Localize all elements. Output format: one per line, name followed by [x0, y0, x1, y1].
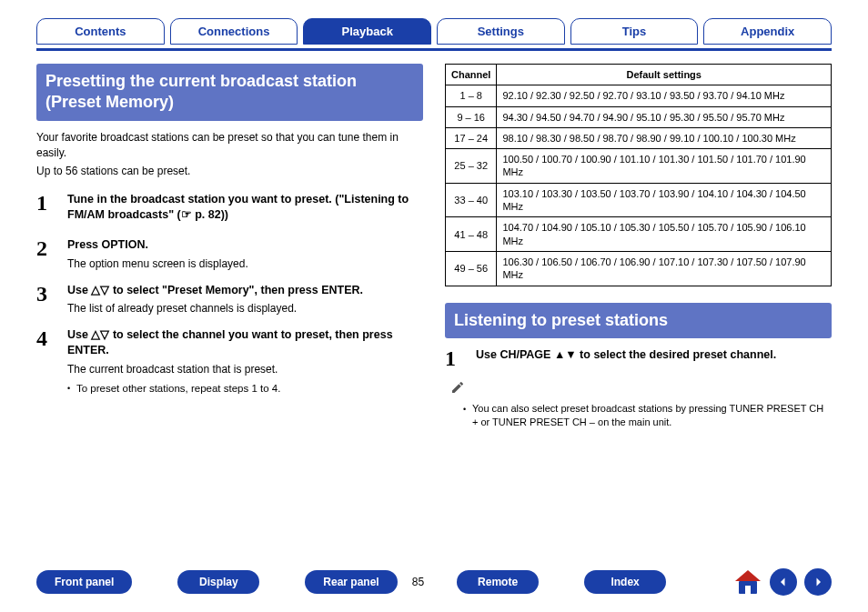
left-column: Presetting the current broadcast station…: [36, 64, 423, 430]
cell-settings: 103.10 / 103.30 / 103.50 / 103.70 / 103.…: [497, 183, 832, 217]
cell-channel: 49 – 56: [446, 251, 497, 286]
tab-playback[interactable]: Playback: [303, 18, 431, 45]
cell-settings: 100.50 / 100.70 / 100.90 / 101.10 / 101.…: [497, 149, 832, 184]
table-row: 41 – 48104.70 / 104.90 / 105.10 / 105.30…: [446, 217, 832, 252]
nav-divider: [36, 48, 832, 51]
cell-settings: 106.30 / 106.50 / 106.70 / 106.90 / 107.…: [497, 251, 832, 286]
table-header: Channel: [446, 65, 497, 85]
remote-button[interactable]: Remote: [457, 570, 539, 594]
tab-contents[interactable]: Contents: [36, 18, 165, 45]
table-row: 1 – 892.10 / 92.30 / 92.50 / 92.70 / 93.…: [446, 85, 832, 106]
cell-channel: 17 – 24: [446, 127, 497, 148]
prev-page-button[interactable]: [770, 568, 797, 596]
cell-settings: 92.10 / 92.30 / 92.50 / 92.70 / 93.10 / …: [497, 85, 832, 106]
right-column: ChannelDefault settings 1 – 892.10 / 92.…: [445, 64, 832, 430]
step-title: Use △▽ to select "Preset Memory", then p…: [67, 283, 423, 298]
step-title: Use CH/PAGE ▲▼ to select the desired pre…: [476, 347, 832, 363]
index-button[interactable]: Index: [584, 570, 666, 594]
intro-text-1: Your favorite broadcast stations can be …: [36, 130, 423, 161]
step-row: 2Press OPTION.The option menu screen is …: [36, 237, 423, 272]
step-number: 1: [36, 192, 67, 226]
page-number: 85: [407, 576, 429, 588]
cell-settings: 104.70 / 104.90 / 105.10 / 105.30 / 105.…: [497, 217, 832, 252]
section-heading-listening: Listening to preset stations: [445, 303, 832, 338]
table-header: Default settings: [497, 65, 832, 85]
cell-channel: 33 – 40: [446, 183, 497, 217]
table-row: 49 – 56106.30 / 106.50 / 106.70 / 106.90…: [446, 251, 832, 286]
cell-settings: 98.10 / 98.30 / 98.50 / 98.70 / 98.90 / …: [497, 127, 832, 148]
step-number: 4: [36, 327, 67, 396]
table-row: 9 – 1694.30 / 94.50 / 94.70 / 94.90 / 95…: [446, 106, 832, 127]
svg-marker-0: [735, 570, 761, 581]
front-panel-button[interactable]: Front panel: [36, 570, 132, 594]
cell-channel: 25 – 32: [446, 149, 497, 184]
step-desc: The option menu screen is displayed.: [67, 256, 423, 272]
step-title: Use △▽ to select the channel you want to…: [67, 327, 423, 358]
table-row: 33 – 40103.10 / 103.30 / 103.50 / 103.70…: [446, 183, 832, 217]
section-heading-preset-memory: Presetting the current broadcast station…: [36, 64, 423, 121]
default-settings-table: ChannelDefault settings 1 – 892.10 / 92.…: [445, 64, 832, 286]
step-desc: The current broadcast station that is pr…: [67, 362, 423, 377]
tab-appendix[interactable]: Appendix: [703, 18, 832, 45]
home-icon[interactable]: [733, 568, 762, 596]
step-row: 4Use △▽ to select the channel you want t…: [36, 327, 423, 396]
top-nav: ContentsConnectionsPlaybackSettingsTipsA…: [36, 18, 832, 45]
display-button[interactable]: Display: [177, 570, 259, 594]
step-desc: The list of already preset channels is d…: [67, 301, 423, 316]
note-text: You can also select preset broadcast sta…: [463, 402, 832, 430]
table-row: 25 – 32100.50 / 100.70 / 100.90 / 101.10…: [446, 149, 832, 184]
step-number: 2: [36, 237, 67, 272]
cell-channel: 41 – 48: [446, 217, 497, 252]
step-number: 1: [445, 347, 476, 369]
cell-channel: 1 – 8: [446, 85, 497, 106]
tab-settings[interactable]: Settings: [437, 18, 565, 45]
intro-text-2: Up to 56 stations can be preset.: [36, 164, 423, 179]
next-page-button[interactable]: [804, 568, 832, 596]
svg-rect-2: [745, 586, 751, 594]
step-bullet: To preset other stations, repeat steps 1…: [67, 381, 423, 396]
rear-panel-button[interactable]: Rear panel: [305, 570, 397, 594]
step-row: 1Tune in the broadcast station you want …: [36, 192, 423, 226]
step-number: 3: [36, 283, 67, 317]
step-title: Tune in the broadcast station you want t…: [67, 192, 423, 223]
step-title: Press OPTION.: [67, 237, 423, 253]
tab-connections[interactable]: Connections: [170, 18, 298, 45]
table-row: 17 – 2498.10 / 98.30 / 98.50 / 98.70 / 9…: [446, 127, 832, 148]
tab-tips[interactable]: Tips: [570, 18, 699, 45]
step-row: 3Use △▽ to select "Preset Memory", then …: [36, 283, 423, 317]
cell-channel: 9 – 16: [446, 106, 497, 127]
pencil-icon: [450, 380, 467, 396]
bottom-nav: Front panelDisplayRear panel 85 RemoteIn…: [36, 568, 832, 596]
cell-settings: 94.30 / 94.50 / 94.70 / 94.90 / 95.10 / …: [497, 106, 832, 127]
step-row: 1 Use CH/PAGE ▲▼ to select the desired p…: [445, 347, 832, 369]
